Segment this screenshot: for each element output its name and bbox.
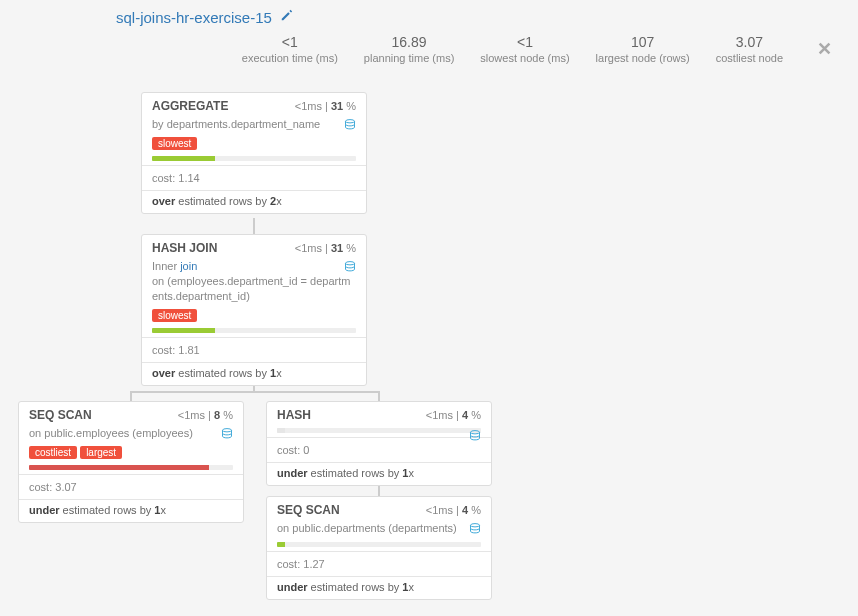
database-icon[interactable] [469, 523, 481, 537]
node-meta: <1ms | 31 % [295, 242, 356, 254]
node-type: HASH [277, 408, 311, 422]
tag-slowest: slowest [152, 137, 197, 150]
database-icon[interactable] [469, 430, 481, 444]
stats-bar: <1execution time (ms) 16.89planning time… [242, 34, 840, 64]
node-desc: on public.employees (employees) [29, 426, 233, 441]
cost: cost: 3.07 [29, 479, 233, 495]
node-meta: <1ms | 31 % [295, 100, 356, 112]
node-meta: <1ms | 4 % [426, 409, 481, 421]
node-type: SEQ SCAN [29, 408, 92, 422]
tag-costliest: costliest [29, 446, 77, 459]
stat-exec-val: <1 [242, 34, 338, 50]
page-title: sql-joins-hr-exercise-15 [116, 9, 272, 26]
tag-largest: largest [80, 446, 122, 459]
progress-bar [152, 156, 356, 161]
stat-exec-lbl: execution time (ms) [242, 52, 338, 64]
stat-large-lbl: largest node (rows) [596, 52, 690, 64]
progress-bar [29, 465, 233, 470]
database-icon[interactable] [221, 428, 233, 442]
node-seq-scan-employees[interactable]: SEQ SCAN <1ms | 8 % on public.employees … [18, 401, 244, 523]
stat-plan-lbl: planning time (ms) [364, 52, 454, 64]
node-type: AGGREGATE [152, 99, 228, 113]
stat-cost-lbl: costliest node [716, 52, 783, 64]
node-desc: on public.departments (departments) [277, 521, 481, 536]
node-meta: <1ms | 8 % [178, 409, 233, 421]
close-icon[interactable]: ✕ [809, 34, 840, 64]
stat-large-val: 107 [596, 34, 690, 50]
node-meta: <1ms | 4 % [426, 504, 481, 516]
connector [253, 218, 255, 234]
node-type: HASH JOIN [152, 241, 217, 255]
cost: cost: 0 [277, 442, 481, 458]
database-icon[interactable] [344, 119, 356, 133]
estimate: under estimated rows by 1x [277, 581, 481, 593]
progress-bar [277, 542, 481, 547]
estimate: under estimated rows by 1x [277, 467, 481, 479]
node-desc2: on (employees.department_id = department… [152, 274, 356, 304]
edit-icon[interactable] [280, 8, 294, 26]
stat-slow-val: <1 [480, 34, 569, 50]
node-hash-join[interactable]: HASH JOIN <1ms | 31 % Inner join on (emp… [141, 234, 367, 386]
stat-cost-val: 3.07 [716, 34, 783, 50]
connector [130, 391, 132, 401]
cost: cost: 1.27 [277, 556, 481, 572]
stat-slow-lbl: slowest node (ms) [480, 52, 569, 64]
database-icon[interactable] [344, 261, 356, 275]
connector [378, 391, 380, 401]
estimate: over estimated rows by 1x [152, 367, 356, 379]
node-seq-scan-departments[interactable]: SEQ SCAN <1ms | 4 % on public.department… [266, 496, 492, 600]
node-desc: Inner join [152, 259, 356, 274]
estimate: under estimated rows by 1x [29, 504, 233, 516]
cost: cost: 1.81 [152, 342, 356, 358]
node-hash[interactable]: HASH <1ms | 4 % cost: 0 under estimated … [266, 401, 492, 486]
progress-bar [152, 328, 356, 333]
progress-bar [277, 428, 481, 433]
stat-plan-val: 16.89 [364, 34, 454, 50]
node-aggregate[interactable]: AGGREGATE <1ms | 31 % by departments.dep… [141, 92, 367, 214]
connector [130, 391, 380, 393]
cost: cost: 1.14 [152, 170, 356, 186]
tag-slowest: slowest [152, 309, 197, 322]
node-desc: by departments.department_name [152, 117, 356, 132]
estimate: over estimated rows by 2x [152, 195, 356, 207]
node-type: SEQ SCAN [277, 503, 340, 517]
